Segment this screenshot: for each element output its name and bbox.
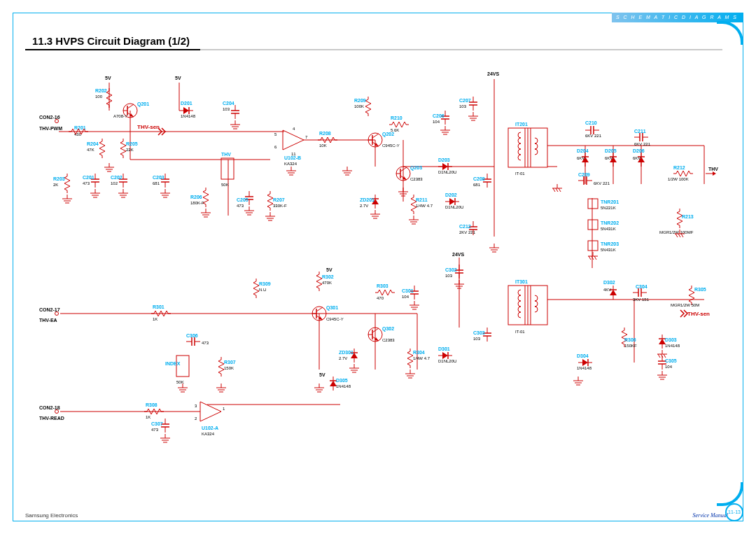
U102B-val: KA324: [284, 162, 298, 166]
D203-ref: D203: [438, 157, 450, 162]
label-thv-out: THV: [708, 167, 718, 171]
C303-ref: C303: [473, 330, 485, 335]
C301-val: 104: [402, 295, 410, 299]
R204-sym: [99, 139, 105, 158]
R212-ref: R212: [673, 165, 685, 170]
R307-val: 150K: [224, 366, 234, 370]
C209-val: 6KV 221: [594, 181, 610, 185]
C301-ref: C301: [402, 288, 414, 293]
Q301-val: C945C-Y: [326, 317, 344, 321]
footer-left: Samsung Electronics: [25, 512, 78, 519]
R305-ref: R305: [694, 287, 706, 292]
R303-ref: R303: [377, 283, 388, 288]
R209-sym: [365, 97, 371, 116]
R306-val: 150KF: [624, 344, 637, 348]
C303-val: 103: [473, 337, 481, 341]
D203-sym: [438, 163, 452, 170]
svg-rect-71: [588, 199, 598, 209]
Q202-val: C945C-Y: [382, 143, 400, 148]
C302-val: 103: [445, 274, 453, 278]
IT201-sym: [508, 128, 547, 167]
C204-val: 103: [223, 107, 230, 111]
C202-val: 102: [111, 181, 118, 185]
schematic-page: S C H E M A T I C D I A G R A M S 11.3 H…: [0, 0, 756, 534]
U102B-pin6: 6: [274, 145, 277, 149]
ZD201-val: 2.7V: [360, 204, 368, 208]
label-thv-sen-a: THV-sen: [137, 124, 160, 130]
R204-val: 47K: [87, 148, 94, 152]
R304-sym: [407, 349, 413, 368]
R304-ref: R304: [413, 350, 425, 355]
U102B-ref: U102-B: [284, 155, 301, 160]
IT301-ref: IT301: [515, 279, 528, 284]
C206-val: 104: [433, 120, 440, 124]
D302-val: 4KV: [603, 288, 611, 292]
INDEXpot-sym: [176, 356, 189, 377]
D302-ref: D302: [603, 280, 615, 285]
Q302-val: C2383: [382, 338, 395, 342]
R302-ref: R302: [322, 274, 334, 279]
C211-sym: [634, 133, 648, 141]
R207-sym: [267, 191, 273, 211]
C212-val: 2KV 221: [459, 230, 476, 234]
D301-val: D1NL20U: [438, 359, 456, 363]
D204-ref: D204: [577, 148, 589, 153]
label-5v-c: 5V: [326, 267, 332, 272]
C304-ref: C304: [636, 284, 648, 289]
D205-val: 6KV: [605, 156, 612, 160]
R302-sym: [316, 272, 322, 291]
R213-ref: R213: [682, 214, 694, 219]
R303-val: 470: [377, 296, 384, 300]
C211-val: 6KV 221: [634, 142, 651, 146]
D305-ref: D305: [336, 378, 348, 383]
R309-sym: [253, 279, 259, 298]
R309-val: N.U: [259, 288, 266, 292]
R205-ref: R205: [126, 141, 138, 146]
Q203-val: C2383: [410, 177, 423, 181]
TNR202-ref: TNR202: [601, 220, 619, 225]
D204-val: 6KV: [577, 156, 584, 160]
R202-val: 100: [95, 94, 103, 99]
D203-val: D1NL20U: [438, 170, 456, 174]
D202-ref: D202: [445, 192, 457, 197]
D202-sym: [445, 198, 459, 205]
R301-ref: R301: [153, 304, 164, 309]
C203-ref: C203: [153, 175, 164, 180]
footer-right: Service Manual: [693, 512, 728, 519]
R210-ref: R210: [391, 115, 402, 120]
R302-val: 470K: [322, 281, 332, 285]
D305-val: 1N4148: [336, 384, 351, 388]
Q202-ref: Q202: [382, 132, 394, 137]
label-5v-b: 5V: [175, 76, 181, 80]
R212-sym: [673, 171, 693, 176]
U102A-ref: U102-A: [202, 426, 218, 430]
D304-ref: D304: [577, 353, 589, 358]
title-underline-gray: [200, 49, 722, 50]
R303-sym: [375, 290, 395, 295]
Q201-ref: Q201: [137, 101, 149, 107]
svg-rect-73: [588, 241, 598, 251]
D206-ref: D206: [633, 148, 645, 153]
C306-sym: [186, 337, 200, 346]
D304-val: 1N4148: [577, 366, 592, 370]
label-con2-16: CON2-16: [39, 115, 60, 120]
IT201-ref: IT201: [515, 122, 528, 127]
R211-ref: R211: [416, 197, 428, 202]
D301-sym: [438, 352, 452, 359]
ZD301-val: 2.7V: [339, 356, 347, 360]
label-24vs-b: 24VS: [452, 252, 464, 257]
R206-val: 180K-F: [190, 201, 204, 205]
D303-val: 1N4148: [665, 344, 680, 348]
R205-sym: [120, 139, 126, 158]
R206-ref: R206: [190, 195, 202, 199]
IT301-sym: [508, 286, 547, 325]
R205-val: 22K: [126, 148, 134, 152]
ZD201-ref: ZD201: [360, 197, 374, 202]
R203-sym: [64, 174, 70, 193]
TNR203-ref: TNR203: [601, 241, 619, 246]
TNR203-val: 5N431K: [601, 248, 616, 252]
label-thv-pwm: THV-PWM: [39, 126, 62, 131]
label-thv-ea: THV-EA: [39, 318, 57, 323]
C306-ref: C306: [186, 333, 198, 338]
C307-ref: C307: [151, 421, 163, 426]
